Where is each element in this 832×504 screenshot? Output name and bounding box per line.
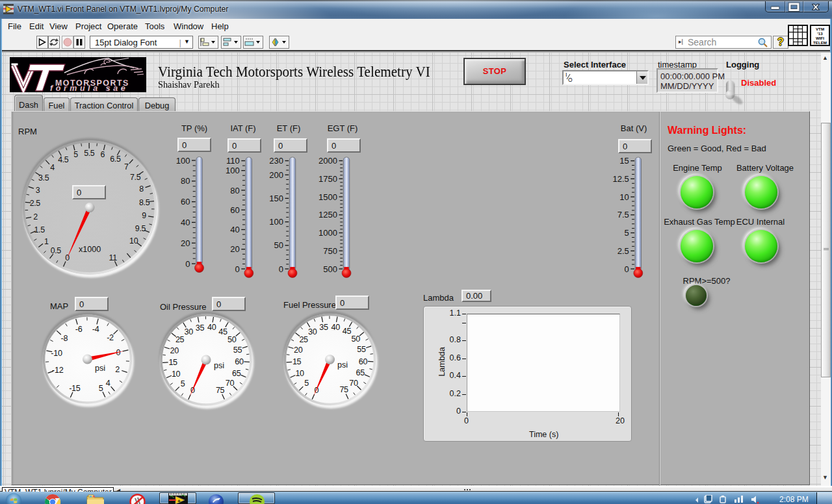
svg-text:O: O [568,77,573,83]
svg-text:formula sae: formula sae [50,84,128,92]
svg-text:+: + [177,498,181,504]
svg-text:I: I [566,71,567,78]
